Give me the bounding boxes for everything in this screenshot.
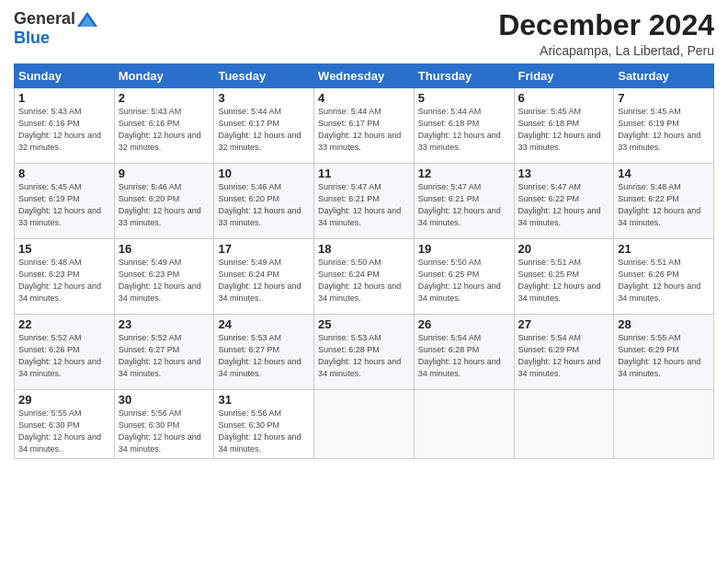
day-info: Sunrise: 5:50 AMSunset: 6:24 PMDaylight:…	[318, 258, 401, 303]
day-number: 31	[218, 393, 310, 407]
day-number: 10	[218, 167, 310, 180]
month-title: December 2024	[498, 9, 714, 41]
table-row: 9 Sunrise: 5:46 AMSunset: 6:20 PMDayligh…	[114, 164, 214, 239]
day-info: Sunrise: 5:48 AMSunset: 6:22 PMDaylight:…	[618, 182, 700, 227]
day-number: 23	[119, 317, 210, 331]
day-info: Sunrise: 5:46 AMSunset: 6:20 PMDaylight:…	[218, 182, 301, 227]
day-info: Sunrise: 5:52 AMSunset: 6:26 PMDaylight:…	[18, 333, 101, 378]
day-number: 13	[518, 167, 610, 180]
col-sunday: Sunday	[15, 64, 115, 88]
table-row: 8 Sunrise: 5:45 AMSunset: 6:19 PMDayligh…	[15, 164, 115, 239]
day-number: 30	[119, 393, 210, 407]
day-info: Sunrise: 5:54 AMSunset: 6:29 PMDaylight:…	[518, 333, 601, 378]
day-info: Sunrise: 5:50 AMSunset: 6:25 PMDaylight:…	[418, 258, 501, 303]
table-row: 14 Sunrise: 5:48 AMSunset: 6:22 PMDaylig…	[614, 164, 714, 239]
day-info: Sunrise: 5:47 AMSunset: 6:21 PMDaylight:…	[418, 182, 501, 227]
day-number: 8	[18, 167, 110, 180]
col-monday: Monday	[114, 64, 214, 88]
day-number: 15	[18, 242, 110, 256]
table-row: 26 Sunrise: 5:54 AMSunset: 6:28 PMDaylig…	[414, 315, 514, 390]
table-row: 22 Sunrise: 5:52 AMSunset: 6:26 PMDaylig…	[15, 315, 115, 390]
location-title: Aricapampa, La Libertad, Peru	[498, 43, 714, 58]
table-row	[414, 390, 514, 459]
day-number: 3	[218, 91, 310, 105]
table-row: 7 Sunrise: 5:45 AMSunset: 6:19 PMDayligh…	[614, 88, 714, 164]
table-row: 3 Sunrise: 5:44 AMSunset: 6:17 PMDayligh…	[214, 88, 314, 164]
table-row: 17 Sunrise: 5:49 AMSunset: 6:24 PMDaylig…	[214, 239, 314, 315]
day-number: 2	[119, 91, 210, 105]
table-row: 31 Sunrise: 5:56 AMSunset: 6:30 PMDaylig…	[214, 390, 314, 459]
table-row: 11 Sunrise: 5:47 AMSunset: 6:21 PMDaylig…	[314, 164, 415, 239]
table-row	[614, 390, 714, 459]
day-number: 21	[618, 242, 710, 256]
table-row: 21 Sunrise: 5:51 AMSunset: 6:26 PMDaylig…	[614, 239, 714, 315]
day-info: Sunrise: 5:51 AMSunset: 6:25 PMDaylight:…	[518, 258, 601, 303]
table-row: 4 Sunrise: 5:44 AMSunset: 6:17 PMDayligh…	[314, 88, 415, 164]
day-number: 16	[119, 242, 210, 256]
logo-text: General	[14, 9, 97, 29]
day-number: 18	[318, 242, 410, 256]
day-number: 29	[18, 393, 110, 407]
day-number: 27	[518, 317, 610, 331]
day-info: Sunrise: 5:44 AMSunset: 6:17 PMDaylight:…	[218, 107, 301, 152]
table-row	[314, 390, 415, 459]
day-number: 28	[618, 317, 710, 331]
week-row-1: 1 Sunrise: 5:43 AMSunset: 6:16 PMDayligh…	[15, 88, 714, 164]
day-info: Sunrise: 5:43 AMSunset: 6:16 PMDaylight:…	[119, 107, 201, 152]
table-row: 24 Sunrise: 5:53 AMSunset: 6:27 PMDaylig…	[214, 315, 314, 390]
logo-blue-text: Blue	[14, 29, 50, 48]
header-row: Sunday Monday Tuesday Wednesday Thursday…	[15, 64, 714, 88]
day-info: Sunrise: 5:56 AMSunset: 6:30 PMDaylight:…	[218, 408, 301, 454]
table-row: 1 Sunrise: 5:43 AMSunset: 6:16 PMDayligh…	[15, 88, 115, 164]
logo-area: General Blue	[14, 9, 97, 48]
day-number: 26	[418, 317, 510, 331]
col-tuesday: Tuesday	[214, 64, 314, 88]
table-row: 16 Sunrise: 5:49 AMSunset: 6:23 PMDaylig…	[114, 239, 214, 315]
day-number: 5	[418, 91, 510, 105]
day-info: Sunrise: 5:45 AMSunset: 6:18 PMDaylight:…	[518, 107, 601, 152]
day-info: Sunrise: 5:45 AMSunset: 6:19 PMDaylight:…	[18, 182, 101, 227]
page: General Blue December 2024 Aricapampa, L…	[0, 0, 728, 563]
day-number: 9	[119, 167, 210, 180]
table-row: 27 Sunrise: 5:54 AMSunset: 6:29 PMDaylig…	[514, 315, 614, 390]
day-number: 1	[18, 91, 110, 105]
table-row: 18 Sunrise: 5:50 AMSunset: 6:24 PMDaylig…	[314, 239, 415, 315]
table-row: 20 Sunrise: 5:51 AMSunset: 6:25 PMDaylig…	[514, 239, 614, 315]
day-number: 11	[318, 167, 410, 180]
day-info: Sunrise: 5:53 AMSunset: 6:27 PMDaylight:…	[218, 333, 301, 378]
day-info: Sunrise: 5:55 AMSunset: 6:30 PMDaylight:…	[18, 408, 101, 454]
table-row: 28 Sunrise: 5:55 AMSunset: 6:29 PMDaylig…	[614, 315, 714, 390]
day-number: 22	[18, 317, 110, 331]
day-info: Sunrise: 5:45 AMSunset: 6:19 PMDaylight:…	[618, 107, 700, 152]
table-row: 13 Sunrise: 5:47 AMSunset: 6:22 PMDaylig…	[514, 164, 614, 239]
day-info: Sunrise: 5:55 AMSunset: 6:29 PMDaylight:…	[618, 333, 700, 378]
day-info: Sunrise: 5:48 AMSunset: 6:23 PMDaylight:…	[18, 258, 101, 303]
day-number: 17	[218, 242, 310, 256]
day-info: Sunrise: 5:46 AMSunset: 6:20 PMDaylight:…	[119, 182, 201, 227]
table-row: 29 Sunrise: 5:55 AMSunset: 6:30 PMDaylig…	[15, 390, 115, 459]
day-number: 6	[518, 91, 610, 105]
header-area: General Blue December 2024 Aricapampa, L…	[14, 9, 714, 58]
week-row-4: 22 Sunrise: 5:52 AMSunset: 6:26 PMDaylig…	[15, 315, 714, 390]
day-number: 14	[618, 167, 710, 180]
col-thursday: Thursday	[414, 64, 514, 88]
day-number: 12	[418, 167, 510, 180]
logo-general-text: General	[14, 9, 75, 29]
day-info: Sunrise: 5:54 AMSunset: 6:28 PMDaylight:…	[418, 333, 501, 378]
day-number: 4	[318, 91, 410, 105]
title-area: December 2024 Aricapampa, La Libertad, P…	[498, 9, 714, 58]
table-row: 15 Sunrise: 5:48 AMSunset: 6:23 PMDaylig…	[15, 239, 115, 315]
col-wednesday: Wednesday	[314, 64, 415, 88]
table-row: 23 Sunrise: 5:52 AMSunset: 6:27 PMDaylig…	[114, 315, 214, 390]
day-info: Sunrise: 5:52 AMSunset: 6:27 PMDaylight:…	[119, 333, 201, 378]
day-info: Sunrise: 5:53 AMSunset: 6:28 PMDaylight:…	[318, 333, 401, 378]
table-row	[514, 390, 614, 459]
week-row-3: 15 Sunrise: 5:48 AMSunset: 6:23 PMDaylig…	[15, 239, 714, 315]
day-info: Sunrise: 5:47 AMSunset: 6:22 PMDaylight:…	[518, 182, 601, 227]
table-row: 5 Sunrise: 5:44 AMSunset: 6:18 PMDayligh…	[414, 88, 514, 164]
day-info: Sunrise: 5:47 AMSunset: 6:21 PMDaylight:…	[318, 182, 401, 227]
table-row: 30 Sunrise: 5:56 AMSunset: 6:30 PMDaylig…	[114, 390, 214, 459]
day-info: Sunrise: 5:43 AMSunset: 6:16 PMDaylight:…	[18, 107, 101, 152]
table-row: 2 Sunrise: 5:43 AMSunset: 6:16 PMDayligh…	[114, 88, 214, 164]
col-friday: Friday	[514, 64, 614, 88]
